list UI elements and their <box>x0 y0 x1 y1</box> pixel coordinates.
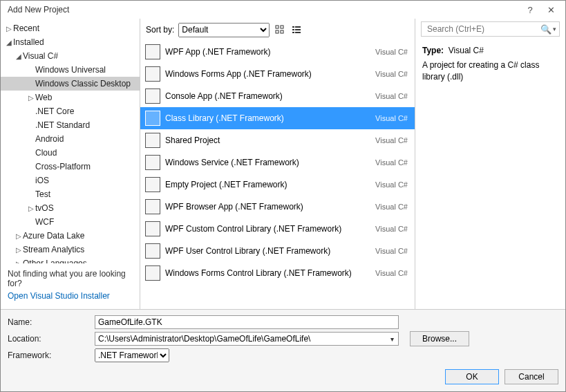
template-lang: Visual C# <box>375 70 408 78</box>
node-label: Recent <box>13 24 39 33</box>
node-android[interactable]: Android <box>1 132 140 146</box>
template-item[interactable]: Windows Service (.NET Framework)Visual C… <box>140 151 415 174</box>
node-other-languages[interactable]: ▷Other Languages <box>1 256 140 263</box>
node-visual-csharp[interactable]: ◢Visual C# <box>1 49 140 63</box>
node-net-core[interactable]: .NET Core <box>1 104 140 118</box>
search-container: 🔍 ▾ <box>415 19 565 41</box>
bottom-panel: Name: Location: ▾ Browse... Framework: .… <box>1 309 565 391</box>
node-net-standard[interactable]: .NET Standard <box>1 118 140 132</box>
not-finding-text: Not finding what you are looking for? <box>8 269 133 288</box>
node-label: Windows Classic Desktop <box>35 79 131 88</box>
svg-rect-0 <box>276 26 279 28</box>
node-label: Other Languages <box>23 259 87 263</box>
template-item[interactable]: WPF App (.NET Framework)Visual C# <box>140 41 415 63</box>
search-icon: 🔍 <box>540 24 551 35</box>
node-azure-data-lake[interactable]: ▷Azure Data Lake <box>1 229 140 243</box>
template-name: WPF User Control Library (.NET Framework… <box>165 246 375 256</box>
node-label: Installed <box>13 37 44 47</box>
template-lang: Visual C# <box>375 48 408 56</box>
node-label: Web <box>35 93 52 102</box>
template-name: Windows Forms App (.NET Framework) <box>165 69 375 79</box>
template-name: WPF Browser App (.NET Framework) <box>165 202 375 212</box>
template-icon <box>140 199 165 214</box>
template-icon <box>140 265 165 281</box>
template-name: Console App (.NET Framework) <box>165 91 375 101</box>
template-item[interactable]: WPF Browser App (.NET Framework)Visual C… <box>140 196 415 218</box>
cancel-button[interactable]: Cancel <box>504 369 558 384</box>
template-lang: Visual C# <box>375 158 408 167</box>
template-lang: Visual C# <box>375 92 408 100</box>
template-list[interactable]: WPF App (.NET Framework)Visual C#Windows… <box>140 41 415 309</box>
node-tvos[interactable]: ▷tvOS <box>1 201 140 215</box>
template-icon <box>140 88 165 104</box>
template-name: WPF App (.NET Framework) <box>165 47 375 57</box>
node-cross-platform[interactable]: Cross-Platform <box>1 160 140 174</box>
template-name: Windows Forms Control Library (.NET Fram… <box>165 268 375 278</box>
template-item[interactable]: Console App (.NET Framework)Visual C# <box>140 85 415 107</box>
svg-rect-8 <box>292 32 294 33</box>
framework-select[interactable]: .NET Framework 4.7.1 <box>95 348 169 362</box>
template-item[interactable]: Empty Project (.NET Framework)Visual C# <box>140 174 415 196</box>
template-name: Class Library (.NET Framework) <box>165 113 375 123</box>
template-lang: Visual C# <box>375 180 408 189</box>
node-installed[interactable]: ◢Installed <box>1 35 140 49</box>
node-test[interactable]: Test <box>1 187 140 201</box>
svg-rect-3 <box>281 30 283 33</box>
search-input[interactable] <box>426 24 540 35</box>
node-label: iOS <box>35 176 49 185</box>
node-label: Visual C# <box>23 51 58 61</box>
node-label: Windows Universal <box>35 65 106 75</box>
list-icon <box>292 25 301 35</box>
small-icons-view-button[interactable] <box>274 24 286 36</box>
template-name: WPF Custom Control Library (.NET Framewo… <box>165 224 375 234</box>
open-installer-link[interactable]: Open Visual Studio Installer <box>8 291 133 301</box>
node-stream-analytics[interactable]: ▷Stream Analytics <box>1 243 140 256</box>
toolbar: Sort by: Default <box>140 19 415 41</box>
ok-button[interactable]: OK <box>445 369 499 384</box>
template-lang: Visual C# <box>375 269 408 277</box>
template-item[interactable]: Shared ProjectVisual C# <box>140 129 415 151</box>
center-panel: Sort by: Default WPF App (.NET Framework… <box>140 19 415 309</box>
node-label: Azure Data Lake <box>23 231 84 241</box>
node-web[interactable]: ▷Web <box>1 91 140 104</box>
browse-button[interactable]: Browse... <box>410 331 469 346</box>
node-label: .NET Standard <box>35 120 90 130</box>
node-label: Cloud <box>35 148 57 158</box>
node-ios[interactable]: iOS <box>1 174 140 187</box>
location-input[interactable] <box>95 332 399 346</box>
close-button[interactable]: ✕ <box>540 5 561 15</box>
sidebar: ▷Recent ◢Installed ◢Visual C# Windows Un… <box>1 19 140 309</box>
svg-rect-5 <box>295 26 301 28</box>
location-dropdown-icon[interactable]: ▾ <box>386 335 397 343</box>
template-item[interactable]: Windows Forms App (.NET Framework)Visual… <box>140 63 415 85</box>
sort-by-select[interactable]: Default <box>178 23 270 37</box>
titlebar: Add New Project ? ✕ <box>1 1 565 19</box>
node-windows-universal[interactable]: Windows Universal <box>1 63 140 77</box>
main-area: ▷Recent ◢Installed ◢Visual C# Windows Un… <box>1 19 565 309</box>
template-item[interactable]: WPF User Control Library (.NET Framework… <box>140 240 415 262</box>
desc-type-value: Visual C# <box>449 46 484 55</box>
right-panel: 🔍 ▾ Type: Visual C# A project for creati… <box>415 19 565 309</box>
template-description: Type: Visual C# A project for creating a… <box>415 41 565 86</box>
help-button[interactable]: ? <box>520 5 540 15</box>
template-name: Shared Project <box>165 136 375 145</box>
node-recent[interactable]: ▷Recent <box>1 21 140 35</box>
chevron-down-icon[interactable]: ▾ <box>553 26 556 32</box>
node-cloud[interactable]: Cloud <box>1 146 140 160</box>
node-label: Android <box>35 134 64 144</box>
search-box[interactable]: 🔍 ▾ <box>421 21 560 37</box>
grid-icon <box>275 25 285 35</box>
name-input[interactable] <box>95 315 399 329</box>
node-windows-classic-desktop[interactable]: Windows Classic Desktop <box>1 77 140 91</box>
template-lang: Visual C# <box>375 114 408 122</box>
name-label: Name: <box>8 317 95 327</box>
template-item[interactable]: Class Library (.NET Framework)Visual C# <box>140 107 415 129</box>
template-item[interactable]: Windows Forms Control Library (.NET Fram… <box>140 262 415 284</box>
sort-by-label: Sort by: <box>146 25 174 35</box>
template-icon <box>140 243 165 259</box>
template-icon <box>140 44 165 59</box>
template-item[interactable]: WPF Custom Control Library (.NET Framewo… <box>140 218 415 240</box>
template-lang: Visual C# <box>375 225 408 233</box>
node-wcf[interactable]: WCF <box>1 215 140 229</box>
list-view-button[interactable] <box>290 24 303 36</box>
